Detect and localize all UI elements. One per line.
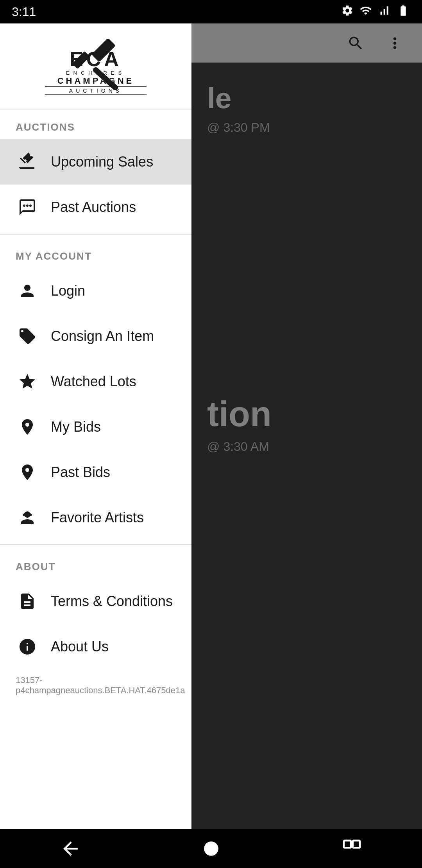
svg-point-10 [26,204,29,207]
menu-item-consign[interactable]: Consign An Item [0,314,191,359]
svg-text:AUCTIONS: AUCTIONS [69,88,122,94]
divider-2 [0,544,191,545]
menu-item-my-bids[interactable]: $ My Bids [0,404,191,450]
svg-text:ENCHÈRES: ENCHÈRES [66,70,125,76]
svg-point-15 [204,841,218,856]
gavel-icon [16,150,39,174]
svg-rect-14 [23,514,32,516]
svg-text:$: $ [26,422,29,427]
login-label: Login [51,283,85,299]
favorite-artists-label: Favorite Artists [51,509,144,526]
section-about-header: ABOUT [0,549,191,579]
svg-text:ECA: ECA [70,48,122,70]
svg-rect-17 [352,840,359,847]
past-bids-label: Past Bids [51,464,110,481]
svg-text:CHAMPAGNE: CHAMPAGNE [57,76,134,86]
version-text: 13157-p4champagneauctions.BETA.HAT.4675d… [0,669,191,701]
menu-item-watched-lots[interactable]: Watched Lots [0,359,191,404]
svg-point-9 [23,204,25,207]
section-my-account-header: MY ACCOUNT [0,239,191,268]
back-button[interactable] [55,833,86,864]
menu-item-favorite-artists[interactable]: Favorite Artists [0,495,191,540]
upcoming-sales-label: Upcoming Sales [51,154,153,170]
my-bids-label: My Bids [51,419,101,435]
status-time: 3:11 [12,5,36,19]
signal-icon [378,4,390,20]
menu-item-past-auctions[interactable]: Past Auctions [0,185,191,230]
status-icons [341,4,410,20]
divider-1 [0,234,191,235]
recent-apps-button[interactable] [336,833,367,864]
drawer-overlay[interactable] [191,23,422,868]
menu-item-login[interactable]: Login [0,268,191,314]
settings-icon [341,4,354,20]
past-auctions-icon [16,195,39,219]
terms-label: Terms & Conditions [51,593,173,610]
menu-item-about-us[interactable]: About Us [0,624,191,669]
logo-svg: ECA ENCHÈRES CHAMPAGNE AUCTIONS [37,35,154,97]
bottom-navigation [0,829,422,868]
artist-icon [16,506,39,529]
consign-label: Consign An Item [51,328,154,344]
past-auctions-label: Past Auctions [51,199,136,215]
tag-icon [16,325,39,348]
menu-item-terms[interactable]: Terms & Conditions [0,579,191,624]
section-auctions-header: AUCTIONS [0,109,191,139]
navigation-drawer: ECA ENCHÈRES CHAMPAGNE AUCTIONS AUCTIONS… [0,23,191,868]
svg-rect-16 [343,840,350,847]
past-bids-icon [16,461,39,484]
svg-point-11 [29,204,32,207]
menu-item-upcoming-sales[interactable]: Upcoming Sales [0,139,191,185]
star-icon [16,370,39,393]
person-icon [16,279,39,303]
document-icon [16,590,39,613]
battery-icon [396,4,410,20]
logo-area: ECA ENCHÈRES CHAMPAGNE AUCTIONS [37,35,154,97]
about-us-label: About Us [51,638,109,655]
status-bar: 3:11 [0,0,422,23]
watched-lots-label: Watched Lots [51,373,136,390]
drawer-logo: ECA ENCHÈRES CHAMPAGNE AUCTIONS [0,23,191,109]
info-icon [16,635,39,658]
menu-item-past-bids[interactable]: Past Bids [0,450,191,495]
wifi-icon [359,4,372,20]
home-button[interactable] [195,833,227,864]
my-bids-icon: $ [16,415,39,439]
